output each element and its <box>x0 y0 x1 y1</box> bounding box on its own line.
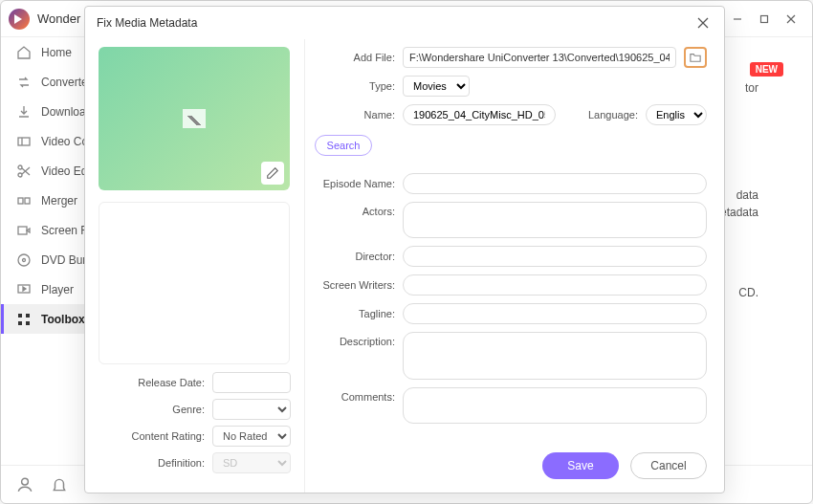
home-icon <box>16 45 32 60</box>
scissors-icon <box>16 164 32 179</box>
peek-text: tor <box>745 81 758 95</box>
sidebar-item-label: Toolbox <box>41 313 85 326</box>
dvd-icon <box>16 252 32 268</box>
media-thumbnail <box>99 47 290 190</box>
sidebar-item-label: Player <box>41 283 74 296</box>
svg-rect-13 <box>18 314 22 318</box>
director-input[interactable] <box>403 246 707 267</box>
app-title: Wonder <box>37 11 80 26</box>
actors-input[interactable] <box>403 202 707 238</box>
actors-label: Actors: <box>315 202 395 217</box>
svg-rect-1 <box>761 15 768 22</box>
genre-label: Genre: <box>172 404 205 415</box>
modal-footer: Save Cancel <box>542 452 707 479</box>
merger-icon <box>16 193 32 208</box>
modal-header: Fix Media Metadata <box>85 7 724 39</box>
svg-rect-8 <box>25 198 30 204</box>
app-logo-icon <box>9 9 30 30</box>
release-date-label: Release Date: <box>138 377 205 388</box>
toolbox-icon <box>16 312 32 327</box>
sidebar-item-label: Home <box>41 46 72 59</box>
svg-rect-15 <box>18 321 22 325</box>
language-label: Language: <box>588 109 638 121</box>
rating-label: Content Rating: <box>132 430 205 442</box>
minimize-button[interactable] <box>724 6 751 33</box>
svg-point-5 <box>18 165 22 169</box>
svg-rect-16 <box>26 321 30 325</box>
episode-label: Episode Name: <box>315 178 395 189</box>
genre-select[interactable] <box>212 399 291 420</box>
type-select[interactable]: Movies <box>403 76 470 97</box>
browse-folder-button[interactable] <box>684 47 707 68</box>
comments-label: Comments: <box>315 387 395 403</box>
svg-point-11 <box>23 258 26 261</box>
modal-title: Fix Media Metadata <box>97 16 197 30</box>
modal-left-panel: Release Date: Genre: Content Rating: No … <box>85 39 305 493</box>
metadata-modal: Fix Media Metadata Release Date: Genre: <box>84 6 725 493</box>
tagline-label: Tagline: <box>315 308 395 319</box>
name-label: Name: <box>315 109 395 121</box>
cancel-button[interactable]: Cancel <box>630 452 707 479</box>
peek-text: data <box>736 188 758 202</box>
player-icon <box>16 282 32 297</box>
definition-select: SD <box>212 452 291 473</box>
save-button[interactable]: Save <box>542 452 619 479</box>
svg-rect-7 <box>18 198 23 204</box>
tagline-input[interactable] <box>403 303 707 324</box>
add-file-label: Add File: <box>315 52 395 63</box>
svg-rect-9 <box>18 227 27 234</box>
new-badge: NEW <box>750 62 783 77</box>
svg-rect-4 <box>18 138 30 145</box>
peek-text: etadata <box>720 206 758 219</box>
definition-label: Definition: <box>158 457 205 469</box>
search-button[interactable]: Search <box>315 135 372 156</box>
description-input[interactable] <box>403 332 707 380</box>
compressor-icon <box>16 134 32 149</box>
edit-thumbnail-button[interactable] <box>261 162 284 185</box>
recorder-icon <box>16 223 32 238</box>
info-box <box>99 202 290 364</box>
converter-icon <box>16 75 32 90</box>
download-icon <box>16 104 32 120</box>
peek-text: CD. <box>738 286 758 299</box>
user-icon[interactable] <box>16 476 33 493</box>
svg-point-17 <box>22 478 29 485</box>
svg-point-6 <box>18 173 22 177</box>
description-label: Description: <box>315 332 395 347</box>
name-input[interactable] <box>403 104 556 125</box>
release-date-input[interactable] <box>212 372 291 393</box>
modal-close-button[interactable] <box>693 13 713 33</box>
writers-input[interactable] <box>403 274 707 296</box>
close-button[interactable] <box>778 6 804 33</box>
comments-input[interactable] <box>403 387 707 424</box>
rating-select[interactable]: No Rated <box>212 426 291 447</box>
svg-rect-14 <box>26 314 30 318</box>
writers-label: Screen Writers: <box>315 279 395 291</box>
maximize-button[interactable] <box>751 6 778 33</box>
language-select[interactable]: English <box>646 104 707 125</box>
bell-icon[interactable] <box>51 476 68 493</box>
image-placeholder-icon <box>183 109 206 128</box>
modal-right-panel: Add File: Type: Movies Name: Language: E… <box>305 39 724 493</box>
svg-point-10 <box>18 254 30 266</box>
sidebar-item-label: Merger <box>41 194 77 208</box>
director-label: Director: <box>315 251 395 262</box>
add-file-input[interactable] <box>403 47 676 68</box>
type-label: Type: <box>315 80 395 92</box>
episode-input[interactable] <box>403 173 707 194</box>
